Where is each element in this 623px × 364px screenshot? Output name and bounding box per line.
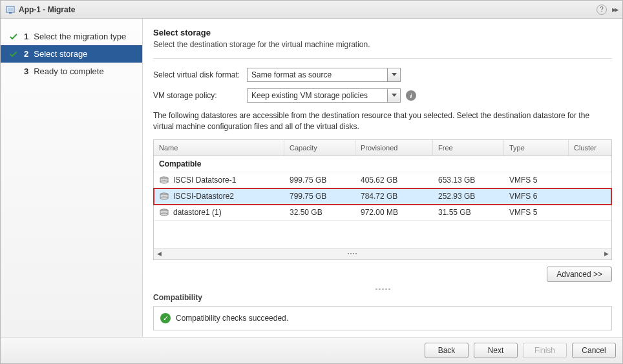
- check-icon: [10, 33, 19, 41]
- disk-format-select[interactable]: Same format as source: [247, 68, 401, 82]
- table-header: Name Capacity Provisioned Free Type Clus…: [154, 140, 611, 156]
- next-button[interactable]: Next: [474, 343, 518, 358]
- col-capacity[interactable]: Capacity: [284, 140, 355, 156]
- vm-icon: [6, 5, 15, 14]
- datastore-icon: [159, 192, 169, 200]
- step-select-storage[interactable]: 2 Select storage: [1, 45, 142, 63]
- titlebar: App-1 - Migrate ? ▸▸: [1, 1, 622, 19]
- step-migration-type[interactable]: 1 Select the migration type: [1, 28, 142, 45]
- finish-button: Finish: [523, 343, 567, 358]
- splitter[interactable]: [153, 288, 612, 290]
- col-type[interactable]: Type: [504, 140, 569, 156]
- step-ready-complete[interactable]: 3 Ready to complete: [1, 63, 142, 80]
- table-row[interactable]: ISCSI Datatsore-1 999.75 GB 405.62 GB 65…: [154, 172, 611, 188]
- table-row[interactable]: datastore1 (1) 32.50 GB 972.00 MB 31.55 …: [154, 205, 611, 221]
- migrate-wizard-window: App-1 - Migrate ? ▸▸ 1 Select the migrat…: [0, 0, 623, 364]
- scroll-right-icon[interactable]: ▶: [601, 248, 611, 259]
- datastore-description: The following datastores are accessible …: [153, 110, 612, 133]
- col-name[interactable]: Name: [154, 140, 284, 156]
- empty-rows: [154, 221, 611, 248]
- svg-point-5: [160, 181, 168, 183]
- svg-rect-2: [9, 12, 12, 14]
- group-compatible: Compatible: [154, 156, 611, 172]
- compat-title: Compatibility: [153, 293, 612, 302]
- wizard-sidebar: 1 Select the migration type 2 Select sto…: [1, 19, 143, 337]
- check-icon: [10, 50, 19, 58]
- policy-select[interactable]: Keep existing VM storage policies: [247, 88, 401, 103]
- expand-icon[interactable]: ▸▸: [612, 5, 617, 14]
- disk-format-label: Select virtual disk format:: [153, 70, 247, 79]
- svg-point-11: [160, 213, 168, 216]
- dropdown-toggle[interactable]: [388, 88, 401, 103]
- cancel-button[interactable]: Cancel: [572, 343, 616, 358]
- policy-label: VM storage policy:: [153, 91, 247, 100]
- page-subtitle: Select the destination storage for the v…: [153, 40, 612, 49]
- col-free[interactable]: Free: [433, 140, 504, 156]
- table-row[interactable]: ISCSI-Datastore2 799.75 GB 784.72 GB 252…: [154, 188, 611, 205]
- wizard-footer: Back Next Finish Cancel: [1, 337, 622, 363]
- datastore-icon: [159, 208, 169, 216]
- svg-point-8: [160, 197, 168, 199]
- back-button[interactable]: Back: [425, 343, 469, 358]
- scroll-left-icon[interactable]: ◀: [154, 248, 164, 259]
- help-icon[interactable]: ?: [597, 5, 607, 15]
- horizontal-scrollbar[interactable]: ◀ ▶: [154, 248, 611, 259]
- window-title: App-1 - Migrate: [19, 5, 75, 14]
- info-icon[interactable]: i: [406, 90, 416, 101]
- svg-rect-1: [8, 8, 13, 11]
- advanced-button[interactable]: Advanced >>: [547, 267, 612, 282]
- datastore-table: Name Capacity Provisioned Free Type Clus…: [153, 139, 612, 260]
- success-icon: ✓: [160, 313, 171, 323]
- wizard-main: Select storage Select the destination st…: [143, 19, 622, 337]
- col-cluster[interactable]: Cluster: [569, 140, 611, 156]
- compat-box: ✓ Compatibility checks succeeded.: [153, 306, 612, 330]
- dropdown-toggle[interactable]: [388, 68, 401, 82]
- compat-message: Compatibility checks succeeded.: [176, 314, 288, 323]
- datastore-icon: [159, 176, 169, 184]
- col-provisioned[interactable]: Provisioned: [355, 140, 433, 156]
- divider: [153, 58, 612, 59]
- page-title: Select storage: [153, 28, 612, 37]
